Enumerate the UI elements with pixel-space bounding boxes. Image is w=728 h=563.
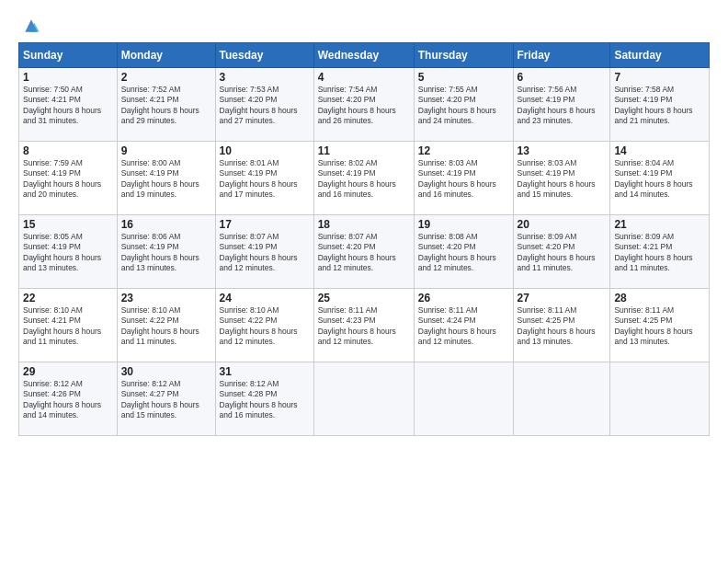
day-info: Sunrise: 8:00 AM Sunset: 4:19 PM Dayligh… xyxy=(121,158,211,201)
day-cell xyxy=(513,362,610,436)
day-info: Sunrise: 7:58 AM Sunset: 4:19 PM Dayligh… xyxy=(614,85,705,127)
day-cell: 17 Sunrise: 8:07 AM Sunset: 4:19 PM Dayl… xyxy=(215,215,313,289)
day-cell: 28 Sunrise: 8:11 AM Sunset: 4:25 PM Dayl… xyxy=(610,289,710,362)
day-number: 1 xyxy=(23,71,113,84)
day-number: 30 xyxy=(121,365,211,378)
day-cell: 15 Sunrise: 8:05 AM Sunset: 4:19 PM Dayl… xyxy=(19,215,118,289)
day-number: 10 xyxy=(220,144,310,157)
header xyxy=(18,17,710,35)
day-info: Sunrise: 8:11 AM Sunset: 4:24 PM Dayligh… xyxy=(418,305,509,348)
day-info: Sunrise: 7:59 AM Sunset: 4:19 PM Dayligh… xyxy=(23,158,113,201)
day-number: 17 xyxy=(220,218,310,231)
day-number: 8 xyxy=(23,144,113,157)
week-row-2: 8 Sunrise: 7:59 AM Sunset: 4:19 PM Dayli… xyxy=(19,142,710,215)
weekday-monday: Monday xyxy=(117,43,215,68)
day-info: Sunrise: 7:53 AM Sunset: 4:20 PM Dayligh… xyxy=(220,85,310,127)
day-info: Sunrise: 8:09 AM Sunset: 4:20 PM Dayligh… xyxy=(518,232,607,274)
day-info: Sunrise: 8:12 AM Sunset: 4:28 PM Dayligh… xyxy=(220,379,310,421)
day-cell: 23 Sunrise: 8:10 AM Sunset: 4:22 PM Dayl… xyxy=(117,289,215,362)
day-cell: 25 Sunrise: 8:11 AM Sunset: 4:23 PM Dayl… xyxy=(313,289,414,362)
day-info: Sunrise: 7:52 AM Sunset: 4:21 PM Dayligh… xyxy=(121,85,211,127)
weekday-friday: Friday xyxy=(513,43,610,68)
day-number: 3 xyxy=(220,71,310,84)
day-number: 27 xyxy=(518,292,607,304)
day-info: Sunrise: 7:50 AM Sunset: 4:21 PM Dayligh… xyxy=(23,85,113,127)
day-number: 26 xyxy=(418,292,509,304)
day-number: 2 xyxy=(121,71,211,84)
day-number: 23 xyxy=(121,292,211,304)
day-cell: 26 Sunrise: 8:11 AM Sunset: 4:24 PM Dayl… xyxy=(414,289,513,362)
day-number: 12 xyxy=(418,144,509,157)
day-number: 21 xyxy=(614,218,705,231)
day-number: 16 xyxy=(121,218,211,231)
day-cell: 10 Sunrise: 8:01 AM Sunset: 4:19 PM Dayl… xyxy=(215,142,313,215)
day-number: 31 xyxy=(220,365,310,378)
day-info: Sunrise: 8:07 AM Sunset: 4:20 PM Dayligh… xyxy=(318,232,410,274)
weekday-wednesday: Wednesday xyxy=(313,43,414,68)
day-cell: 30 Sunrise: 8:12 AM Sunset: 4:27 PM Dayl… xyxy=(117,362,215,436)
day-cell: 12 Sunrise: 8:03 AM Sunset: 4:19 PM Dayl… xyxy=(414,142,513,215)
weekday-sunday: Sunday xyxy=(19,43,118,68)
weekday-header-row: SundayMondayTuesdayWednesdayThursdayFrid… xyxy=(19,43,710,68)
day-cell: 18 Sunrise: 8:07 AM Sunset: 4:20 PM Dayl… xyxy=(313,215,414,289)
day-number: 29 xyxy=(23,365,113,378)
day-number: 24 xyxy=(220,292,310,304)
day-info: Sunrise: 8:01 AM Sunset: 4:19 PM Dayligh… xyxy=(220,158,310,201)
day-info: Sunrise: 8:08 AM Sunset: 4:20 PM Dayligh… xyxy=(418,232,509,274)
day-info: Sunrise: 8:07 AM Sunset: 4:19 PM Dayligh… xyxy=(220,232,310,274)
day-info: Sunrise: 8:11 AM Sunset: 4:25 PM Dayligh… xyxy=(614,305,705,348)
day-number: 28 xyxy=(614,292,705,304)
day-info: Sunrise: 8:10 AM Sunset: 4:22 PM Dayligh… xyxy=(121,305,211,348)
day-cell: 2 Sunrise: 7:52 AM Sunset: 4:21 PM Dayli… xyxy=(117,68,215,142)
day-cell: 16 Sunrise: 8:06 AM Sunset: 4:19 PM Dayl… xyxy=(117,215,215,289)
day-info: Sunrise: 8:10 AM Sunset: 4:21 PM Dayligh… xyxy=(23,305,113,348)
day-number: 13 xyxy=(518,144,607,157)
day-cell: 22 Sunrise: 8:10 AM Sunset: 4:21 PM Dayl… xyxy=(19,289,118,362)
day-cell: 27 Sunrise: 8:11 AM Sunset: 4:25 PM Dayl… xyxy=(513,289,610,362)
day-cell: 14 Sunrise: 8:04 AM Sunset: 4:19 PM Dayl… xyxy=(610,142,710,215)
logo xyxy=(18,17,40,35)
day-cell xyxy=(610,362,710,436)
day-cell: 1 Sunrise: 7:50 AM Sunset: 4:21 PM Dayli… xyxy=(19,68,118,142)
week-row-3: 15 Sunrise: 8:05 AM Sunset: 4:19 PM Dayl… xyxy=(19,215,710,289)
day-cell xyxy=(313,362,414,436)
day-cell: 3 Sunrise: 7:53 AM Sunset: 4:20 PM Dayli… xyxy=(215,68,313,142)
day-info: Sunrise: 8:11 AM Sunset: 4:25 PM Dayligh… xyxy=(518,305,607,348)
day-cell: 6 Sunrise: 7:56 AM Sunset: 4:19 PM Dayli… xyxy=(513,68,610,142)
day-cell: 20 Sunrise: 8:09 AM Sunset: 4:20 PM Dayl… xyxy=(513,215,610,289)
page: SundayMondayTuesdayWednesdayThursdayFrid… xyxy=(0,0,728,563)
day-cell xyxy=(414,362,513,436)
day-info: Sunrise: 8:04 AM Sunset: 4:19 PM Dayligh… xyxy=(614,158,705,201)
day-info: Sunrise: 8:02 AM Sunset: 4:19 PM Dayligh… xyxy=(318,158,410,201)
day-info: Sunrise: 8:11 AM Sunset: 4:23 PM Dayligh… xyxy=(318,305,410,348)
day-info: Sunrise: 8:05 AM Sunset: 4:19 PM Dayligh… xyxy=(23,232,113,274)
day-number: 4 xyxy=(318,71,410,84)
day-cell: 19 Sunrise: 8:08 AM Sunset: 4:20 PM Dayl… xyxy=(414,215,513,289)
day-number: 20 xyxy=(518,218,607,231)
week-row-4: 22 Sunrise: 8:10 AM Sunset: 4:21 PM Dayl… xyxy=(19,289,710,362)
week-row-1: 1 Sunrise: 7:50 AM Sunset: 4:21 PM Dayli… xyxy=(19,68,710,142)
day-number: 18 xyxy=(318,218,410,231)
calendar-table: SundayMondayTuesdayWednesdayThursdayFrid… xyxy=(18,42,710,436)
day-cell: 21 Sunrise: 8:09 AM Sunset: 4:21 PM Dayl… xyxy=(610,215,710,289)
day-number: 14 xyxy=(614,144,705,157)
day-info: Sunrise: 8:03 AM Sunset: 4:19 PM Dayligh… xyxy=(418,158,509,201)
day-number: 7 xyxy=(614,71,705,84)
day-number: 15 xyxy=(23,218,113,231)
day-info: Sunrise: 8:09 AM Sunset: 4:21 PM Dayligh… xyxy=(614,232,705,274)
day-info: Sunrise: 8:12 AM Sunset: 4:27 PM Dayligh… xyxy=(121,379,211,421)
day-cell: 24 Sunrise: 8:10 AM Sunset: 4:22 PM Dayl… xyxy=(215,289,313,362)
day-number: 19 xyxy=(418,218,509,231)
day-info: Sunrise: 8:10 AM Sunset: 4:22 PM Dayligh… xyxy=(220,305,310,348)
day-cell: 7 Sunrise: 7:58 AM Sunset: 4:19 PM Dayli… xyxy=(610,68,710,142)
day-info: Sunrise: 7:56 AM Sunset: 4:19 PM Dayligh… xyxy=(518,85,607,127)
day-cell: 8 Sunrise: 7:59 AM Sunset: 4:19 PM Dayli… xyxy=(19,142,118,215)
day-number: 6 xyxy=(518,71,607,84)
day-number: 25 xyxy=(318,292,410,304)
day-cell: 31 Sunrise: 8:12 AM Sunset: 4:28 PM Dayl… xyxy=(215,362,313,436)
day-cell: 13 Sunrise: 8:03 AM Sunset: 4:19 PM Dayl… xyxy=(513,142,610,215)
day-number: 5 xyxy=(418,71,509,84)
day-info: Sunrise: 8:06 AM Sunset: 4:19 PM Dayligh… xyxy=(121,232,211,274)
day-number: 22 xyxy=(23,292,113,304)
day-cell: 11 Sunrise: 8:02 AM Sunset: 4:19 PM Dayl… xyxy=(313,142,414,215)
